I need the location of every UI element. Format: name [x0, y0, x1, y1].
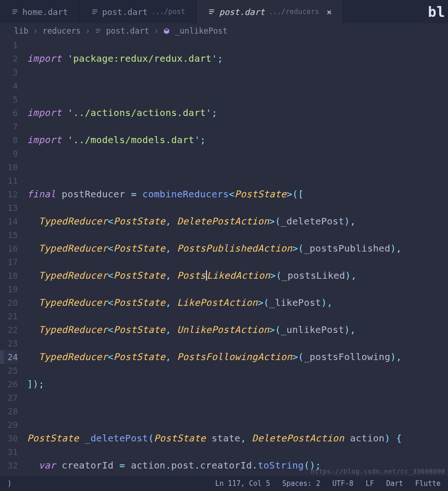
breadcrumb-file[interactable]: post.dart	[106, 26, 149, 36]
breadcrumb-segment[interactable]: lib	[14, 26, 28, 36]
tab-path: .../reducers	[269, 7, 319, 16]
tab-bar: home.dart post.dart .../post post.dart .…	[0, 0, 448, 23]
editor[interactable]: 12345678910 11121314151617181920 2122232…	[0, 38, 448, 476]
close-icon[interactable]: ×	[327, 7, 332, 17]
status-encoding[interactable]: UTF-8	[332, 479, 353, 488]
code-area[interactable]: import 'package:redux/redux.dart'; impor…	[27, 38, 448, 476]
tab-home-dart[interactable]: home.dart	[0, 0, 80, 23]
status-bar: ) Ln 117, Col 5 Spaces: 2 UTF-8 LF Dart …	[0, 476, 448, 491]
gutter-mark	[0, 350, 4, 364]
tab-post-dart-post[interactable]: post.dart .../post	[80, 0, 197, 23]
tab-label: home.dart	[22, 7, 68, 17]
tab-label: post.dart	[102, 7, 148, 17]
symbol-icon	[163, 28, 170, 35]
tab-path: .../post	[151, 7, 185, 16]
file-icon	[91, 8, 99, 15]
status-eol[interactable]: LF	[366, 479, 374, 488]
status-spaces[interactable]: Spaces: 2	[282, 479, 320, 488]
breadcrumb: lib › reducers › post.dart › _unlikePost	[0, 23, 448, 38]
tab-post-dart-reducers[interactable]: post.dart .../reducers ×	[197, 0, 343, 23]
status-language[interactable]: Dart	[386, 479, 403, 488]
chevron-right-icon: ›	[154, 26, 158, 36]
line-number-gutter: 12345678910 11121314151617181920 2122232…	[0, 38, 27, 476]
chevron-right-icon: ›	[33, 26, 38, 36]
breadcrumb-segment[interactable]: reducers	[43, 26, 81, 36]
file-icon	[95, 28, 101, 34]
status-left: )	[7, 479, 12, 488]
gutter-strip	[0, 38, 4, 476]
chevron-right-icon: ›	[85, 26, 90, 36]
tab-label: post.dart	[219, 7, 265, 17]
status-mode[interactable]: Flutte	[415, 479, 441, 488]
watermark: https://blog.csdn.net/cc_33608000	[311, 468, 445, 475]
file-icon	[11, 8, 19, 15]
text-cursor	[206, 270, 207, 281]
file-icon	[208, 8, 215, 15]
breadcrumb-symbol[interactable]: _unlikePost	[175, 26, 228, 36]
brand-logo: bl	[428, 0, 448, 23]
status-lncol[interactable]: Ln 117, Col 5	[215, 479, 270, 488]
